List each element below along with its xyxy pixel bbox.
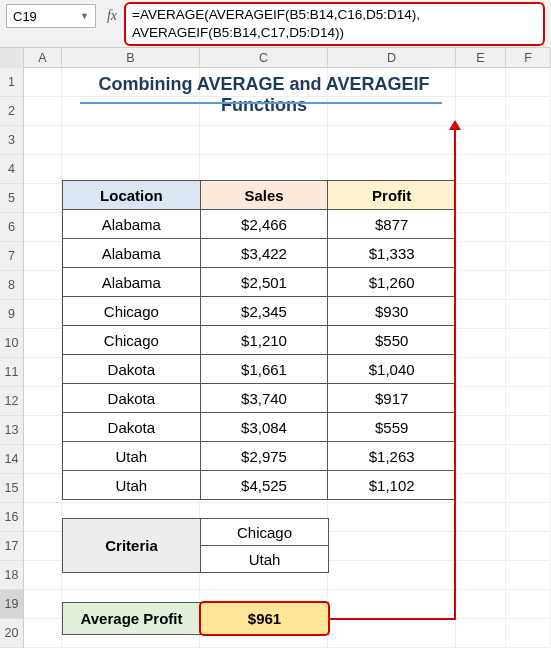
name-box[interactable]: C19 ▼ bbox=[6, 4, 96, 28]
cell-sales[interactable]: $3,084 bbox=[200, 413, 328, 442]
cell-sales[interactable]: $3,422 bbox=[200, 239, 328, 268]
row-17[interactable]: 17 bbox=[0, 532, 24, 561]
cell-sales[interactable]: $2,466 bbox=[200, 210, 328, 239]
cell-sales[interactable]: $4,525 bbox=[200, 471, 328, 500]
page-title: Combining AVERAGE and AVERAGEIF Function… bbox=[74, 74, 454, 116]
column-headers: A B C D E F bbox=[0, 48, 551, 68]
result-value-cell[interactable]: $961 bbox=[201, 603, 329, 635]
cell-location[interactable]: Dakota bbox=[63, 355, 201, 384]
row-12[interactable]: 12 bbox=[0, 387, 24, 416]
row-8[interactable]: 8 bbox=[0, 271, 24, 300]
table-row: Utah$2,975$1,263 bbox=[63, 442, 456, 471]
cell-profit[interactable]: $550 bbox=[328, 326, 456, 355]
table-row: Alabama$2,501$1,260 bbox=[63, 268, 456, 297]
criteria-value-2[interactable]: Utah bbox=[201, 546, 329, 573]
data-table-wrap: Location Sales Profit Alabama$2,466$877 … bbox=[62, 180, 456, 500]
row-16[interactable]: 16 bbox=[0, 503, 24, 532]
result-label[interactable]: Average Profit bbox=[63, 603, 201, 635]
dropdown-icon[interactable]: ▼ bbox=[80, 11, 89, 21]
cell-profit[interactable]: $1,263 bbox=[328, 442, 456, 471]
row-19[interactable]: 19 bbox=[0, 590, 24, 619]
row-6[interactable]: 6 bbox=[0, 213, 24, 242]
row-9[interactable]: 9 bbox=[0, 300, 24, 329]
cell-profit[interactable]: $917 bbox=[328, 384, 456, 413]
table-row: Dakota$3,740$917 bbox=[63, 384, 456, 413]
criteria-table: Criteria Chicago Utah bbox=[62, 518, 329, 573]
result-value: $961 bbox=[248, 610, 281, 627]
table-row: Chicago$2,345$930 bbox=[63, 297, 456, 326]
row-2[interactable]: 2 bbox=[0, 97, 24, 126]
table-row: Dakota$1,661$1,040 bbox=[63, 355, 456, 384]
formula-line-1: =AVERAGE(AVERAGEIF(B5:B14,C16,D5:D14), bbox=[132, 6, 537, 24]
row-4[interactable]: 4 bbox=[0, 155, 24, 184]
cell-sales[interactable]: $1,661 bbox=[200, 355, 328, 384]
col-A[interactable]: A bbox=[24, 48, 62, 68]
col-E[interactable]: E bbox=[456, 48, 506, 68]
name-box-ref: C19 bbox=[13, 9, 37, 24]
cell-location[interactable]: Alabama bbox=[63, 268, 201, 297]
cell-location[interactable]: Utah bbox=[63, 442, 201, 471]
cell-location[interactable]: Dakota bbox=[63, 413, 201, 442]
header-location[interactable]: Location bbox=[63, 181, 201, 210]
cell-sales[interactable]: $2,975 bbox=[200, 442, 328, 471]
cell-location[interactable]: Dakota bbox=[63, 384, 201, 413]
table-header-row: Location Sales Profit bbox=[63, 181, 456, 210]
cell-profit[interactable]: $1,260 bbox=[328, 268, 456, 297]
formula-bar[interactable]: =AVERAGE(AVERAGEIF(B5:B14,C16,D5:D14), A… bbox=[124, 2, 545, 46]
cell-profit[interactable]: $877 bbox=[328, 210, 456, 239]
annotation-arrowhead bbox=[449, 120, 461, 130]
row-10[interactable]: 10 bbox=[0, 329, 24, 358]
cell-location[interactable]: Utah bbox=[63, 471, 201, 500]
cell-location[interactable]: Alabama bbox=[63, 210, 201, 239]
header-profit[interactable]: Profit bbox=[328, 181, 456, 210]
select-all-corner[interactable] bbox=[0, 48, 24, 68]
formula-bar-area: C19 ▼ fx =AVERAGE(AVERAGEIF(B5:B14,C16,D… bbox=[0, 0, 551, 48]
cell-location[interactable]: Chicago bbox=[63, 326, 201, 355]
table-row: Utah$4,525$1,102 bbox=[63, 471, 456, 500]
cell-profit[interactable]: $930 bbox=[328, 297, 456, 326]
cell-location[interactable]: Alabama bbox=[63, 239, 201, 268]
row-18[interactable]: 18 bbox=[0, 561, 24, 590]
row-1[interactable]: 1 bbox=[0, 68, 24, 97]
cell-profit[interactable]: $559 bbox=[328, 413, 456, 442]
annotation-arrow-horizontal bbox=[330, 618, 456, 620]
criteria-label[interactable]: Criteria bbox=[63, 519, 201, 573]
table-row: Chicago$1,210$550 bbox=[63, 326, 456, 355]
cell-sales[interactable]: $1,210 bbox=[200, 326, 328, 355]
formula-line-2: AVERAGEIF(B5:B14,C17,D5:D14)) bbox=[132, 24, 537, 42]
row-7[interactable]: 7 bbox=[0, 242, 24, 271]
table-row: Alabama$2,466$877 bbox=[63, 210, 456, 239]
col-B[interactable]: B bbox=[62, 48, 200, 68]
row-14[interactable]: 14 bbox=[0, 445, 24, 474]
result-table: Average Profit $961 bbox=[62, 602, 329, 635]
cell-profit[interactable]: $1,040 bbox=[328, 355, 456, 384]
annotation-arrow-vertical bbox=[454, 128, 456, 618]
cell-sales[interactable]: $2,345 bbox=[200, 297, 328, 326]
cell-profit[interactable]: $1,333 bbox=[328, 239, 456, 268]
col-D[interactable]: D bbox=[328, 48, 456, 68]
table-row: Alabama$3,422$1,333 bbox=[63, 239, 456, 268]
row-11[interactable]: 11 bbox=[0, 358, 24, 387]
criteria-value-1[interactable]: Chicago bbox=[201, 519, 329, 546]
table-row: Dakota$3,084$559 bbox=[63, 413, 456, 442]
data-table: Location Sales Profit Alabama$2,466$877 … bbox=[62, 180, 456, 500]
header-sales[interactable]: Sales bbox=[200, 181, 328, 210]
fx-icon: fx bbox=[107, 8, 117, 24]
cell-sales[interactable]: $2,501 bbox=[200, 268, 328, 297]
row-13[interactable]: 13 bbox=[0, 416, 24, 445]
cell-location[interactable]: Chicago bbox=[63, 297, 201, 326]
row-20[interactable]: 20 bbox=[0, 619, 24, 648]
row-5[interactable]: 5 bbox=[0, 184, 24, 213]
row-3[interactable]: 3 bbox=[0, 126, 24, 155]
fx-button[interactable]: fx bbox=[100, 4, 124, 28]
row-15[interactable]: 15 bbox=[0, 474, 24, 503]
col-C[interactable]: C bbox=[200, 48, 328, 68]
cell-profit[interactable]: $1,102 bbox=[328, 471, 456, 500]
col-F[interactable]: F bbox=[506, 48, 551, 68]
cell-sales[interactable]: $3,740 bbox=[200, 384, 328, 413]
title-underline bbox=[80, 102, 442, 104]
